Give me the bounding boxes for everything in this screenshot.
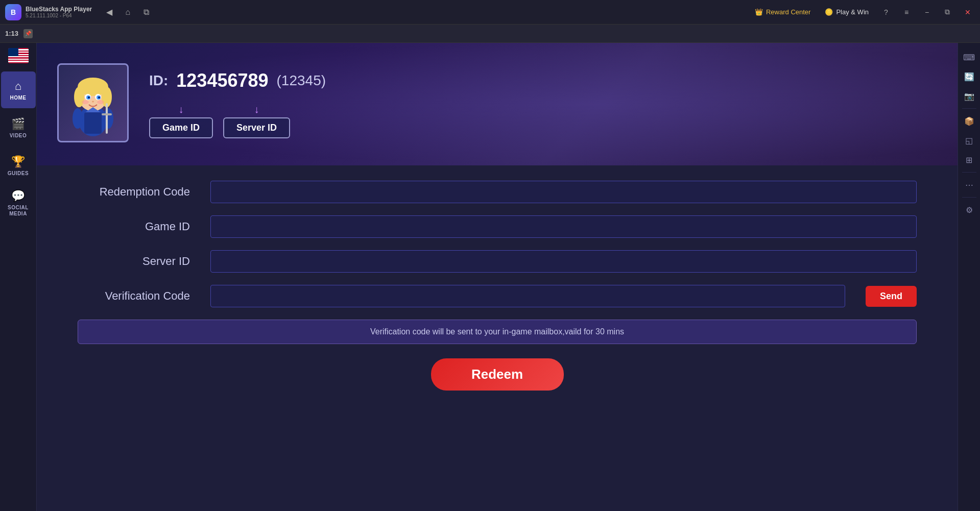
resize-tool-button[interactable]: ◱ — [960, 131, 978, 150]
sidebar-home-label: HOME — [10, 95, 27, 101]
app-name: BlueStacks App Player — [26, 6, 92, 13]
server-id-row: Server ID — [78, 250, 917, 273]
info-message-text: Verification code will be sent to your i… — [370, 327, 624, 336]
svg-rect-14 — [84, 112, 102, 134]
verification-code-input[interactable] — [210, 285, 845, 307]
keyboard-tool-button[interactable]: ⌨ — [960, 48, 978, 66]
right-sidebar: ⌨ 🔄 📷 📦 ◱ ⊞ ⋯ ⚙ — [958, 43, 980, 511]
game-id-input[interactable] — [210, 215, 917, 238]
redemption-code-row: Redemption Code — [78, 181, 917, 203]
id-display: ID: 123456789 (12345) — [149, 70, 326, 91]
play-win-label: Play & Win — [836, 8, 869, 16]
home-button[interactable]: ⌂ — [121, 5, 135, 19]
redeem-button[interactable]: Redeem — [431, 358, 564, 391]
minimize-button[interactable]: − — [920, 5, 934, 19]
social-icon: 💬 — [11, 189, 25, 203]
right-separator-2 — [962, 172, 976, 173]
id-server: (12345) — [277, 72, 326, 89]
game-id-group: ↓ Game ID — [149, 104, 213, 138]
game-header: ID: 123456789 (12345) ↓ Game ID ↓ Server… — [37, 43, 958, 165]
titlebar-right: 👑 Reward Center 🪙 Play & Win ? ≡ − ⧉ ✕ — [751, 5, 975, 19]
home-icon: ⌂ — [15, 80, 21, 93]
pin-icon: 📌 — [23, 29, 33, 38]
svg-point-13 — [97, 100, 104, 104]
language-flag[interactable] — [8, 48, 29, 63]
svg-point-17 — [103, 108, 113, 129]
server-id-arrow: ↓ — [254, 104, 259, 115]
info-message-box: Verification code will be sent to your i… — [78, 320, 917, 344]
svg-point-10 — [98, 96, 100, 99]
help-button[interactable]: ? — [879, 5, 893, 19]
svg-point-3 — [74, 87, 84, 107]
form-section: Redemption Code Game ID Server ID Verifi… — [37, 165, 958, 511]
svg-point-12 — [82, 100, 89, 104]
server-id-button[interactable]: Server ID — [223, 117, 290, 138]
time-display: 1:13 — [5, 30, 18, 37]
character-display — [57, 63, 129, 145]
right-separator-1 — [962, 108, 976, 109]
layout-tool-button[interactable]: ⊞ — [960, 151, 978, 169]
svg-rect-18 — [106, 103, 108, 134]
reward-center-button[interactable]: 👑 Reward Center — [751, 6, 815, 18]
settings-tool-button[interactable]: ⚙ — [960, 201, 978, 219]
titlebar: B BlueStacks App Player 5.21.111.1002 - … — [0, 0, 980, 25]
sidebar-video-label: VIDEO — [10, 133, 27, 138]
nav-buttons: ◀ ⌂ ⧉ — [102, 5, 153, 19]
menu-button[interactable]: ≡ — [899, 5, 914, 19]
server-id-input[interactable] — [210, 250, 917, 273]
main-layout: ⌂ HOME 🎬 VIDEO 🏆 GUIDES 💬 SOCIAL MEDIA — [0, 43, 980, 511]
game-id-arrow: ↓ — [179, 104, 184, 115]
svg-rect-19 — [102, 113, 112, 115]
sidebar-item-video[interactable]: 🎬 VIDEO — [1, 109, 36, 146]
sidebar-item-guides[interactable]: 🏆 GUIDES — [1, 147, 36, 184]
rotate-tool-button[interactable]: 🔄 — [960, 67, 978, 86]
copy-button[interactable]: ⧉ — [139, 5, 153, 19]
guides-icon: 🏆 — [11, 155, 25, 168]
id-label: ID: — [149, 72, 168, 89]
character-svg — [65, 67, 121, 139]
right-separator-3 — [962, 197, 976, 198]
verification-code-label: Verification Code — [78, 289, 190, 303]
address-bar: 1:13 📌 — [0, 25, 980, 43]
sidebar-guides-label: GUIDES — [8, 171, 29, 176]
apk-tool-button[interactable]: 📦 — [960, 112, 978, 130]
redemption-code-label: Redemption Code — [78, 185, 190, 199]
play-win-button[interactable]: 🪙 Play & Win — [821, 6, 873, 18]
back-button[interactable]: ◀ — [102, 5, 116, 19]
content-area: ID: 123456789 (12345) ↓ Game ID ↓ Server… — [37, 43, 958, 511]
id-buttons: ↓ Game ID ↓ Server ID — [149, 104, 326, 138]
game-id-row: Game ID — [78, 215, 917, 238]
more-tool-button[interactable]: ⋯ — [960, 176, 978, 194]
server-id-group: ↓ Server ID — [223, 104, 290, 138]
verification-inputs — [210, 285, 845, 307]
reward-center-icon: 👑 — [755, 8, 763, 16]
svg-point-9 — [88, 96, 90, 99]
sidebar-item-social[interactable]: 💬 SOCIAL MEDIA — [1, 185, 36, 222]
game-id-label: Game ID — [78, 220, 190, 233]
reward-center-label: Reward Center — [766, 8, 810, 16]
video-icon: 🎬 — [11, 117, 25, 131]
screenshot-tool-button[interactable]: 📷 — [960, 87, 978, 105]
sidebar-social-label: SOCIAL MEDIA — [8, 205, 29, 217]
play-win-icon: 🪙 — [825, 8, 833, 16]
game-id-button[interactable]: Game ID — [149, 117, 213, 138]
sidebar-item-home[interactable]: ⌂ HOME — [1, 71, 36, 108]
close-button[interactable]: ✕ — [961, 5, 975, 19]
sidebar: ⌂ HOME 🎬 VIDEO 🏆 GUIDES 💬 SOCIAL MEDIA — [0, 43, 37, 511]
id-section: ID: 123456789 (12345) ↓ Game ID ↓ Server… — [149, 70, 326, 138]
app-info: BlueStacks App Player 5.21.111.1002 - P6… — [26, 6, 92, 18]
char-frame — [57, 63, 129, 142]
svg-point-11 — [92, 101, 94, 102]
app-version: 5.21.111.1002 - P64 — [26, 13, 92, 18]
server-id-label: Server ID — [78, 255, 190, 268]
id-number: 123456789 — [176, 70, 268, 91]
send-button[interactable]: Send — [866, 286, 917, 307]
verification-row: Verification Code Send — [78, 285, 917, 307]
app-logo: B — [5, 4, 21, 20]
restore-button[interactable]: ⧉ — [940, 5, 954, 19]
redemption-code-input[interactable] — [210, 181, 917, 203]
svg-point-16 — [73, 108, 83, 129]
